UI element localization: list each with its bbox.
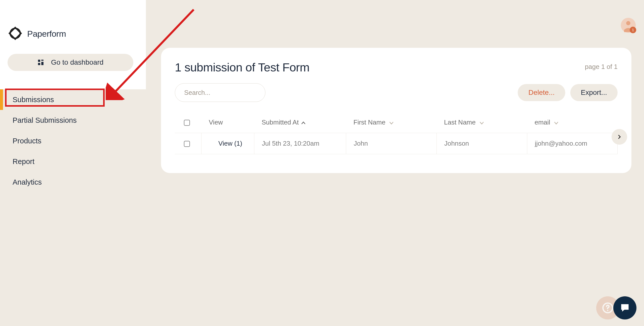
cell-email: jjohn@yahoo.com [527, 133, 610, 154]
column-header-last-name[interactable]: Last Name [436, 112, 527, 133]
notification-badge: 1 [632, 28, 634, 32]
page-counter: page 1 of 1 [585, 63, 618, 71]
column-header-view: View [201, 112, 254, 133]
sidebar: Paperform Go to dashboard [0, 0, 146, 89]
cell-last-name: Johnson [436, 133, 527, 154]
chevron-down-icon [554, 118, 558, 126]
sidebar-item-label: Analytics [13, 178, 42, 186]
view-submission-link[interactable]: View (1) [218, 140, 242, 147]
sidebar-item-analytics[interactable]: Analytics [0, 172, 146, 192]
chevron-right-icon [617, 134, 622, 140]
page-title: 1 submission of Test Form [175, 60, 309, 74]
sidebar-item-label: Partial Submissions [13, 116, 77, 125]
sidebar-item-submissions[interactable]: Submissions [0, 89, 146, 110]
submissions-table: View Submitted At First Name Last Name [175, 112, 618, 154]
brand-name: Paperform [27, 29, 66, 39]
column-header-first-name[interactable]: First Name [346, 112, 436, 133]
sidebar-item-label: Submissions [13, 96, 54, 104]
search-input[interactable] [175, 83, 265, 102]
svg-rect-1 [38, 60, 40, 62]
scroll-right-button[interactable] [612, 129, 627, 145]
chat-widget-button[interactable] [613, 296, 636, 319]
go-to-dashboard-button[interactable]: Go to dashboard [8, 54, 133, 71]
row-checkbox[interactable] [184, 141, 190, 147]
sidebar-item-label: Products [13, 137, 41, 145]
sidebar-item-report[interactable]: Report [0, 151, 146, 172]
sidebar-item-label: Report [13, 157, 34, 166]
sort-asc-icon [301, 118, 306, 126]
paperform-logo-icon [8, 26, 22, 41]
chevron-down-icon [479, 118, 484, 126]
sidebar-nav: Submissions Partial Submissions Products… [0, 89, 146, 192]
svg-point-10 [607, 310, 608, 311]
delete-button[interactable]: Delete... [518, 84, 565, 101]
table-row: View (1) Jul 5th 23, 10:20am John Johnso… [175, 133, 618, 154]
select-all-checkbox[interactable] [184, 120, 190, 126]
svg-point-0 [10, 28, 20, 38]
cell-first-name: John [346, 133, 436, 154]
user-avatar[interactable]: 1 [620, 17, 636, 33]
column-header-email[interactable]: email [527, 112, 610, 133]
export-button[interactable]: Export... [570, 84, 618, 101]
submissions-panel: 1 submission of Test Form page 1 of 1 De… [161, 48, 631, 173]
svg-rect-2 [41, 60, 44, 61]
column-header-submitted-at[interactable]: Submitted At [254, 112, 346, 133]
svg-point-7 [626, 21, 630, 25]
toolbar: Delete... Export... [175, 83, 618, 102]
svg-rect-3 [41, 62, 44, 65]
chevron-down-icon [389, 118, 394, 126]
svg-rect-4 [38, 63, 40, 65]
dashboard-grid-icon [37, 59, 44, 66]
table-header-row: View Submitted At First Name Last Name [175, 112, 618, 133]
sidebar-item-products[interactable]: Products [0, 131, 146, 151]
help-icon [602, 302, 614, 314]
sidebar-item-partial-submissions[interactable]: Partial Submissions [0, 110, 146, 131]
dashboard-button-label: Go to dashboard [51, 58, 104, 66]
chat-icon [619, 302, 630, 313]
cell-submitted-at: Jul 5th 23, 10:20am [254, 133, 346, 154]
brand-logo: Paperform [0, 0, 146, 41]
